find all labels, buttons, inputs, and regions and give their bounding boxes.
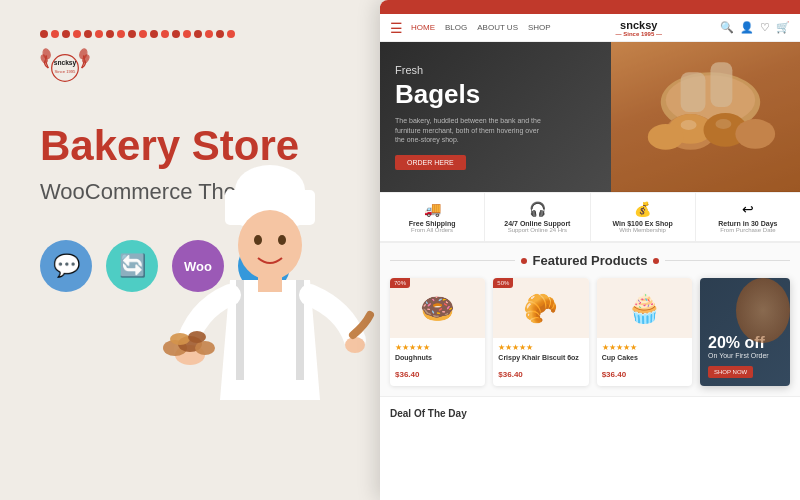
product-price-1: $36.40 xyxy=(395,370,419,379)
feature-support-title: 24/7 Online Support xyxy=(491,220,583,227)
svg-point-17 xyxy=(195,341,215,355)
products-grid: 70% 🍩 ★★★★★ Doughnuts $36.40 50% 🥐 ★★★★★… xyxy=(390,278,790,386)
hero-right xyxy=(611,42,800,192)
deal-title: Deal Of The Day xyxy=(390,408,467,419)
promo-card: 20% off On Your First Order SHOP NOW xyxy=(700,278,790,386)
svg-point-18 xyxy=(170,333,190,345)
dot xyxy=(40,30,48,38)
return-icon: ↩ xyxy=(702,201,794,217)
chat-icon: 💬 xyxy=(53,253,80,279)
feature-return: ↩ Return in 30 Days From Purchase Date xyxy=(696,193,800,241)
svg-point-10 xyxy=(238,210,302,280)
product-stars-1: ★★★★★ xyxy=(395,343,480,352)
money-icon: 💰 xyxy=(597,201,689,217)
product-card-2[interactable]: 50% 🥐 ★★★★★ Crispy Khair Biscuit 6oz $36… xyxy=(493,278,588,386)
dot xyxy=(128,30,136,38)
feature-shipping-title: Free Shipping xyxy=(386,220,478,227)
svg-point-12 xyxy=(278,235,286,245)
logo-area: sncksy Since 1995 xyxy=(40,43,375,93)
dot xyxy=(51,30,59,38)
product-img-3: 🧁 xyxy=(597,278,692,338)
product-name-2: Crispy Khair Biscuit 6oz xyxy=(498,354,583,361)
feature-support: 🎧 24/7 Online Support Support Online 24 … xyxy=(485,193,590,241)
hero-description: The bakery, huddled between the bank and… xyxy=(395,116,545,145)
nav-brand-name: sncksy xyxy=(620,19,657,31)
promo-text: On Your First Order xyxy=(708,351,782,360)
svg-rect-13 xyxy=(258,277,282,292)
nav-links: HOME BLOG ABOUT US SHOP xyxy=(411,23,558,32)
scallop-border xyxy=(380,0,800,14)
dot xyxy=(194,30,202,38)
cart-icon[interactable]: 🛒 xyxy=(776,21,790,34)
dot xyxy=(205,30,213,38)
nav-brand-since: — Since 1995 — xyxy=(566,31,713,37)
chef-illustration xyxy=(155,150,385,500)
svg-point-19 xyxy=(188,331,206,343)
feature-win-desc: With Membership xyxy=(597,227,689,233)
nav-icons: 🔍 👤 ♡ 🛒 xyxy=(720,21,790,34)
svg-point-30 xyxy=(715,119,731,129)
dot xyxy=(150,30,158,38)
wishlist-icon[interactable]: ♡ xyxy=(760,21,770,34)
svg-point-29 xyxy=(681,120,697,130)
dot xyxy=(95,30,103,38)
products-section-header: Featured Products xyxy=(390,253,790,268)
refresh-icon: 🔄 xyxy=(119,253,146,279)
product-info-3: ★★★★★ Cup Cakes $36.40 xyxy=(597,338,692,386)
nav-logo: sncksy — Since 1995 — xyxy=(566,19,713,37)
svg-text:sncksy: sncksy xyxy=(54,59,77,67)
svg-point-9 xyxy=(235,165,305,215)
dot xyxy=(106,30,114,38)
badge-chat[interactable]: 💬 xyxy=(40,240,92,292)
nav-link-blog[interactable]: BLOG xyxy=(445,23,467,32)
dot xyxy=(139,30,147,38)
feature-win: 💰 Win $100 Ex Shop With Membership xyxy=(591,193,696,241)
hero-title: Bagels xyxy=(395,79,596,110)
dot xyxy=(117,30,125,38)
nav-link-home[interactable]: HOME xyxy=(411,23,435,32)
nav-bar: ☰ HOME BLOG ABOUT US SHOP sncksy — Since… xyxy=(380,14,800,42)
dot xyxy=(227,30,235,38)
section-dot-right xyxy=(653,258,659,264)
product-badge-2: 50% xyxy=(493,278,513,288)
nav-link-shop[interactable]: SHOP xyxy=(528,23,551,32)
section-dot-left xyxy=(521,258,527,264)
product-badge-1: 70% xyxy=(390,278,410,288)
product-price-2: $36.40 xyxy=(498,370,522,379)
hero-bread-image xyxy=(611,42,800,192)
section-line-left xyxy=(390,260,515,261)
badge-refresh[interactable]: 🔄 xyxy=(106,240,158,292)
product-price-3: $36.40 xyxy=(602,370,626,379)
feature-shipping: 🚚 Free Shipping From All Orders xyxy=(380,193,485,241)
nav-link-about[interactable]: ABOUT US xyxy=(477,23,518,32)
feature-win-title: Win $100 Ex Shop xyxy=(597,220,689,227)
support-icon: 🎧 xyxy=(491,201,583,217)
account-icon[interactable]: 👤 xyxy=(740,21,754,34)
promo-cta-button[interactable]: SHOP NOW xyxy=(708,366,753,378)
hamburger-icon[interactable]: ☰ xyxy=(390,20,403,36)
hero-cta-button[interactable]: ORDER HERE xyxy=(395,155,466,170)
dot xyxy=(84,30,92,38)
bread-svg xyxy=(611,42,800,192)
products-section: Featured Products 70% 🍩 ★★★★★ Doughnuts … xyxy=(380,243,800,396)
product-card-1[interactable]: 70% 🍩 ★★★★★ Doughnuts $36.40 xyxy=(390,278,485,386)
products-section-title: Featured Products xyxy=(533,253,648,268)
shipping-icon: 🚚 xyxy=(386,201,478,217)
dot xyxy=(172,30,180,38)
product-info-1: ★★★★★ Doughnuts $36.40 xyxy=(390,338,485,386)
product-card-3[interactable]: 🧁 ★★★★★ Cup Cakes $36.40 xyxy=(597,278,692,386)
svg-text:Since 1995: Since 1995 xyxy=(55,69,76,74)
features-bar: 🚚 Free Shipping From All Orders 🎧 24/7 O… xyxy=(380,192,800,243)
svg-rect-31 xyxy=(681,72,706,112)
product-info-2: ★★★★★ Crispy Khair Biscuit 6oz $36.40 xyxy=(493,338,588,386)
svg-point-27 xyxy=(735,119,775,149)
dot xyxy=(62,30,70,38)
search-icon[interactable]: 🔍 xyxy=(720,21,734,34)
svg-point-20 xyxy=(345,337,365,353)
deal-section: Deal Of The Day xyxy=(380,396,800,427)
feature-return-desc: From Purchase Date xyxy=(702,227,794,233)
promo-bg xyxy=(736,278,790,343)
product-name-1: Doughnuts xyxy=(395,354,480,361)
browser-mockup: ☰ HOME BLOG ABOUT US SHOP sncksy — Since… xyxy=(380,0,800,500)
left-panel: sncksy Since 1995 Bakery Store WooCommer… xyxy=(0,0,415,500)
